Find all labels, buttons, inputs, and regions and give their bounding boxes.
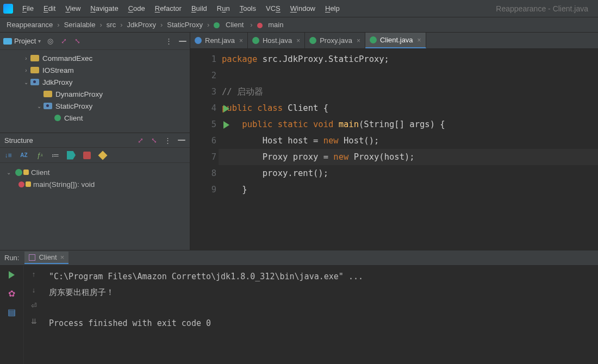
menu-tools[interactable]: Tools: [235, 2, 261, 15]
expand-all-icon[interactable]: ⤢: [60, 37, 68, 45]
tree-node-iostream[interactable]: ›IOStream: [0, 64, 190, 76]
tree-node-commandexec[interactable]: ›CommandExec: [0, 52, 190, 64]
run-play-icon[interactable]: [7, 270, 17, 280]
code-editor[interactable]: 123 4 5 6789 package src.JdkProxy.Static…: [190, 49, 598, 250]
editor-tabs: Rent.java× Host.java× Proxy.java× Client…: [190, 33, 598, 49]
run-settings-icon[interactable]: ✿: [7, 288, 17, 298]
class-icon: [252, 37, 259, 44]
close-icon[interactable]: ×: [357, 37, 360, 45]
menu-edit[interactable]: Edit: [39, 2, 60, 15]
sidebar: Project▾ ◎ ⤢ ⤡ ⋮ ›CommandExec ›IOStream …: [0, 33, 190, 250]
console-line: Process finished with exit code 0: [49, 318, 211, 328]
run-controls: ↑ ↓ ⏎ ⇊: [24, 266, 43, 364]
run-gutter-icon[interactable]: [223, 121, 229, 129]
struct-expand-icon[interactable]: ⤢: [136, 136, 145, 145]
editor-area: Rent.java× Host.java× Proxy.java× Client…: [190, 33, 598, 250]
crumb-pkg1[interactable]: JdkProxy: [125, 21, 158, 29]
tree-node-dynamicproxy[interactable]: DynamicProxy: [0, 88, 190, 100]
menu-code[interactable]: Code: [123, 2, 150, 15]
menu-view[interactable]: View: [60, 2, 85, 15]
lambda-icon[interactable]: ƒλ: [35, 150, 45, 160]
crumb-method[interactable]: main: [255, 21, 288, 29]
console-line: "C:\Program Files\Amazon Corretto\jdk1.8…: [49, 272, 363, 281]
tag-icon[interactable]: [66, 150, 76, 160]
gutter: 123 4 5 6789: [190, 49, 222, 250]
structure-class[interactable]: ⌄Client: [0, 166, 190, 178]
close-icon[interactable]: ×: [418, 36, 421, 44]
diamond-icon[interactable]: [98, 150, 108, 160]
class-icon: [309, 37, 316, 44]
soft-wrap-icon[interactable]: ⏎: [31, 302, 37, 310]
crumb-module[interactable]: Serialable: [62, 21, 98, 29]
run-tab-client[interactable]: Client×: [24, 252, 68, 264]
scroll-to-end-icon[interactable]: ⇊: [31, 317, 37, 325]
collapse-all-icon[interactable]: ⤡: [73, 37, 82, 45]
menu-refactor[interactable]: Refactor: [150, 2, 186, 15]
breadcrumb: Reappearance› Serialable› src› JdkProxy›…: [0, 17, 598, 33]
scroll-down-icon[interactable]: ↓: [32, 286, 36, 294]
run-panel: Run: Client× ✿ ▤ ↑ ↓ ⏎ ⇊ "C:\Program Fil…: [0, 250, 598, 364]
tab-host[interactable]: Host.java×: [248, 33, 305, 48]
list-icon[interactable]: ≔: [51, 150, 60, 160]
struct-collapse-icon[interactable]: ⤡: [150, 136, 158, 145]
ide-logo-icon: [3, 4, 13, 14]
crumb-class[interactable]: Client: [211, 21, 248, 29]
close-icon[interactable]: ×: [296, 37, 300, 45]
structure-toolbar: ↓≡ AZ ƒλ ≔: [0, 148, 190, 163]
project-tree: ›CommandExec ›IOStream ⌄JdkProxy Dynamic…: [0, 50, 190, 133]
crumb-project[interactable]: Reappearance: [4, 21, 55, 29]
menu-bar: File Edit View Navigate Code Refactor Bu…: [0, 0, 598, 17]
run-panel-header: Run: Client×: [0, 250, 598, 266]
sort-alpha-icon[interactable]: AZ: [19, 150, 29, 160]
menu-navigate[interactable]: Navigate: [85, 2, 123, 15]
code-body[interactable]: package src.JdkProxy.StaticProxy; // 启动器…: [222, 49, 598, 250]
application-icon: [29, 254, 35, 261]
structure-tree: ⌄Client main(String[]): void: [0, 163, 190, 193]
run-gutter-icon[interactable]: [223, 105, 229, 112]
structure-method-main[interactable]: main(String[]): void: [0, 178, 190, 190]
more-icon[interactable]: ⋮: [165, 37, 173, 45]
tree-node-client[interactable]: Client: [0, 112, 190, 124]
lock-icon[interactable]: [82, 150, 92, 160]
run-layout-icon[interactable]: ▤: [7, 307, 17, 317]
minimize-icon[interactable]: [178, 37, 186, 45]
window-title: Reappearance - Client.java: [496, 4, 595, 13]
scroll-up-icon[interactable]: ↑: [32, 270, 36, 278]
tree-node-staticproxy[interactable]: ⌄StaticProxy: [0, 100, 190, 112]
structure-label: Structure: [4, 136, 33, 145]
class-icon: [370, 36, 377, 43]
close-icon[interactable]: ×: [239, 37, 243, 45]
menu-file[interactable]: File: [17, 2, 39, 15]
tab-rent[interactable]: Rent.java×: [190, 33, 248, 48]
menu-run[interactable]: Run: [212, 2, 235, 15]
crumb-pkg2[interactable]: StaticProxy: [165, 21, 205, 29]
sort-icon[interactable]: ↓≡: [3, 150, 13, 160]
run-label: Run:: [4, 254, 19, 262]
structure-panel-header: Structure ⤢ ⤡ ⋮: [0, 133, 190, 148]
struct-minimize-icon[interactable]: [177, 136, 185, 145]
tab-client[interactable]: Client.java×: [365, 33, 426, 48]
interface-icon: [195, 37, 202, 44]
project-icon: [3, 38, 12, 45]
crumb-src[interactable]: src: [104, 21, 118, 29]
close-icon[interactable]: ×: [60, 253, 65, 261]
run-console[interactable]: "C:\Program Files\Amazon Corretto\jdk1.8…: [43, 266, 598, 364]
menu-help[interactable]: Help: [320, 2, 345, 15]
project-panel-header: Project▾ ◎ ⤢ ⤡ ⋮: [0, 33, 190, 50]
menu-vcs[interactable]: VCS: [261, 2, 285, 15]
menu-window[interactable]: Window: [285, 2, 320, 15]
struct-more-icon[interactable]: ⋮: [164, 136, 172, 145]
run-side-toolbar: ✿ ▤: [0, 266, 24, 364]
project-panel-label[interactable]: Project▾: [3, 37, 41, 45]
console-line: 房东要出租房子！: [49, 287, 114, 297]
target-icon[interactable]: ◎: [46, 37, 54, 45]
tree-node-jdkproxy[interactable]: ⌄JdkProxy: [0, 76, 190, 88]
menu-build[interactable]: Build: [186, 2, 212, 15]
tab-proxy[interactable]: Proxy.java×: [305, 33, 365, 48]
